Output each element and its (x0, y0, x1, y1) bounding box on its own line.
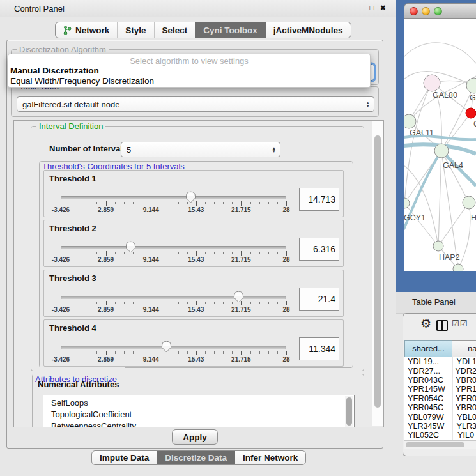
node-red[interactable] (466, 108, 476, 118)
zoom-window-icon[interactable] (434, 7, 442, 15)
network-canvas[interactable]: GAL80GACGAL11GAL4HGCY1HAP2 (404, 19, 476, 271)
attribute-item-betweennesscentrality[interactable]: BetweennessCentrality (43, 420, 354, 427)
threshold-label: Threshold 4 (49, 323, 96, 333)
numerical-attributes-list[interactable]: SelfLoopsTopologicalCoefficientBetweenne… (43, 395, 355, 427)
node-gal80[interactable] (424, 75, 440, 91)
list-scrollbar[interactable] (345, 396, 353, 427)
combo-spinner-icon: ▲▼ (272, 146, 276, 153)
node-label-h: H (471, 213, 476, 222)
table-row[interactable]: YLR345WYLR3 (404, 422, 476, 431)
tick-label: 9.144 (143, 306, 159, 313)
algorithm-option-equal-width-frequency-discretization[interactable]: Equal Width/Frequency Discretization (10, 76, 154, 86)
close-panel-icon[interactable]: ✖ (380, 3, 386, 12)
table-row[interactable]: YBR045CYBR0 (404, 403, 476, 412)
top-tab-bar: Network Style Select Cyni Toolbo (55, 22, 351, 38)
algorithm-placeholder: Select algorithm to view settings (8, 56, 370, 66)
node-label-gal11: GAL11 (410, 128, 434, 137)
threshold-slider-thumb[interactable] (185, 191, 196, 203)
threshold-slider-thumb[interactable] (233, 291, 244, 303)
threshold-value-field[interactable]: 14.713 (299, 188, 339, 211)
minimize-window-icon[interactable] (422, 7, 430, 15)
vertical-scrollbar-thumb[interactable] (374, 135, 381, 408)
threshold-slider-track[interactable] (61, 246, 286, 249)
table-data-combobox[interactable]: galFiltered.sif default node ▲▼ (17, 96, 374, 112)
network-edge (438, 203, 469, 246)
node-bottom[interactable] (453, 264, 463, 271)
table-row[interactable]: YIL052CYIL0 (404, 431, 476, 440)
major-tick (286, 251, 287, 256)
table-row[interactable]: YPR145WYPR1 (404, 385, 476, 394)
threshold-value-field[interactable]: 6.316 (299, 238, 339, 261)
tab-infer-network[interactable]: Infer Network (234, 451, 305, 464)
table-row[interactable]: YER054CYER0 (404, 394, 476, 403)
float-window-icon[interactable]: □ (370, 3, 374, 12)
tick-label: 2.859 (98, 206, 114, 213)
threshold-panel-3: Threshold 3 21.4 -3.4262.8599.14415.4321… (43, 270, 344, 317)
tick-label: 15.43 (188, 256, 204, 263)
tab-network[interactable]: Network (56, 22, 117, 38)
apply-button[interactable]: Apply (172, 429, 218, 445)
tick-label: -3.426 (52, 356, 70, 363)
algorithm-option-manual-discretization[interactable]: Manual Discretization (10, 66, 99, 75)
table-settings-gear-icon[interactable]: ⚙ (420, 316, 431, 332)
node-right-mid[interactable] (463, 196, 475, 209)
network-edge (404, 43, 476, 63)
tab-jactivemnodules[interactable]: jActiveMNodules (265, 22, 351, 38)
attribute-item-topologicalcoefficient[interactable]: TopologicalCoefficient (43, 409, 354, 420)
major-tick (151, 301, 151, 305)
tick-label: 28 (282, 256, 289, 263)
node-gcy1[interactable] (404, 198, 410, 208)
table-header-row: shared... na (404, 340, 476, 357)
checkbox-icon[interactable]: ☑ (452, 319, 459, 328)
major-tick (286, 351, 287, 355)
node-gal11[interactable] (404, 114, 416, 128)
node-label-gal4: GAL4 (443, 161, 463, 170)
tick-label: 28 (282, 356, 289, 363)
threshold-slider-track[interactable] (61, 296, 286, 299)
major-tick (241, 301, 242, 305)
table-row[interactable]: YBL079WYBL0 (404, 412, 476, 421)
attribute-item-selfloops[interactable]: SelfLoops (43, 397, 354, 409)
number-of-intervals-value: 5 (121, 145, 131, 155)
group-title: Interval Definition (36, 121, 105, 131)
slider-ticks (61, 202, 287, 204)
threshold-panel-1: Threshold 1 14.713 -3.4262.8599.14415.43… (43, 170, 344, 217)
threshold-slider-track[interactable] (61, 196, 286, 199)
checkbox-icon[interactable]: ☑ (460, 319, 468, 328)
tab-cyni-toolbox[interactable]: Cyni Toolbox (195, 22, 265, 38)
table-row[interactable]: YBR043CYBR0 (404, 376, 476, 385)
tab-impute-data[interactable]: Impute Data (92, 451, 157, 464)
threshold-slider-track[interactable] (61, 346, 286, 349)
threshold-slider-thumb[interactable] (125, 241, 136, 253)
major-tick (196, 251, 197, 256)
select-columns-icons[interactable]: ☑☑ (452, 319, 467, 328)
network-window-titlebar[interactable] (404, 3, 476, 19)
number-of-intervals-combobox[interactable]: 5 ▲▼ (121, 142, 280, 157)
tab-style[interactable]: Style (117, 22, 153, 38)
network-icon (63, 26, 72, 35)
column-header-shared-name[interactable]: shared... (404, 340, 452, 357)
threshold-value-field[interactable]: 11.344 (299, 337, 339, 360)
column-header-name[interactable]: na (452, 340, 476, 357)
major-tick (61, 251, 61, 256)
table-hscrollbar[interactable] (404, 440, 476, 449)
slider-ticks (61, 351, 287, 354)
list-scrollbar-thumb[interactable] (346, 397, 352, 426)
column-divider (452, 357, 453, 440)
threshold-slider-thumb[interactable] (161, 341, 172, 353)
node-hap2[interactable] (433, 241, 443, 251)
vertical-scrollbar[interactable] (372, 121, 383, 426)
major-tick (106, 201, 107, 206)
tab-discretize-data[interactable]: Discretize Data (157, 451, 234, 464)
tab-select[interactable]: Select (154, 22, 196, 38)
close-window-icon[interactable] (410, 7, 418, 15)
slider-ticks (61, 302, 287, 304)
table-row[interactable]: YDR27...YDR2 (404, 366, 476, 375)
combo-spinner-icon: ▲▼ (366, 101, 370, 107)
column-layout-icon[interactable] (436, 320, 448, 331)
threshold-value-field[interactable]: 21.4 (299, 288, 339, 311)
table-hscrollbar-thumb[interactable] (406, 442, 464, 447)
table-row[interactable]: YDL19...YDL1 (404, 357, 476, 366)
tick-label: 21.715 (231, 356, 251, 363)
node-gal4[interactable] (434, 144, 449, 158)
